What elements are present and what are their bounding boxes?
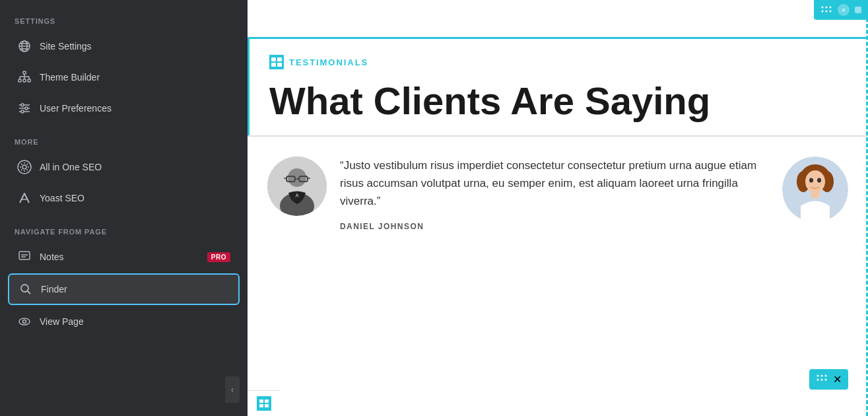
sidebar-item-yoast-seo[interactable]: Yoast SEO [8,184,240,213]
navigate-section-label: NAVIGATE FROM PAGE [8,224,240,242]
svg-point-34 [830,11,832,13]
svg-line-26 [28,291,31,295]
section-heading-area: What Clients Are Saying [248,69,868,135]
svg-point-53 [809,178,813,182]
tree-icon [17,70,32,85]
search-icon [18,282,33,296]
svg-rect-64 [265,404,269,407]
bottom-widget-icon [257,396,271,411]
canvas-area: × TESTIMONIALS What Clients Are Saying [248,0,868,416]
yoast-icon [17,191,32,205]
finder-label: Finder [41,284,67,295]
section-heading-text: What Clients Are Saying [269,80,848,122]
gear-circle-icon [17,160,32,174]
main-canvas: × TESTIMONIALS What Clients Are Saying [248,0,868,416]
svg-point-55 [817,374,819,376]
sidebar-item-finder[interactable]: Finder [8,273,240,305]
bottom-section-toolbar: ✕ [809,369,848,390]
testimonials-tag: TESTIMONIALS [289,57,368,67]
top-section-toolbar: × [814,0,868,20]
svg-point-56 [821,374,823,376]
sidebar-item-site-settings[interactable]: Site Settings [8,32,240,61]
svg-point-51 [805,170,825,193]
svg-rect-8 [28,79,30,82]
svg-point-40 [288,168,306,187]
sidebar-item-all-in-one-seo[interactable]: All in One SEO [8,153,240,182]
chat-icon [17,250,32,264]
svg-point-21 [22,165,26,169]
svg-rect-63 [259,404,263,407]
svg-rect-7 [23,79,26,82]
svg-point-19 [21,110,24,113]
svg-point-32 [822,11,824,13]
svg-point-31 [830,7,832,9]
svg-point-25 [21,285,28,292]
svg-point-17 [21,104,24,106]
svg-point-59 [821,378,823,380]
bottom-widget-bar [248,390,281,416]
svg-rect-22 [19,252,30,260]
bottom-close-button[interactable]: ✕ [833,373,842,386]
testimonials-section-header: TESTIMONIALS [248,37,868,69]
sidebar: SETTINGS Site Settings [0,0,248,416]
all-in-one-seo-label: All in One SEO [40,162,102,172]
svg-point-30 [826,7,828,9]
svg-rect-61 [259,399,263,403]
more-section-label: MORE [8,134,240,153]
testimonial-content: “Justo vestibulum risus imperdiet consec… [248,137,868,252]
theme-builder-label: Theme Builder [40,72,100,83]
section-settings-button[interactable] [855,7,861,13]
notes-label: Notes [40,252,64,262]
svg-point-29 [822,7,824,9]
yoast-seo-label: Yoast SEO [40,193,84,203]
svg-rect-6 [18,79,21,82]
svg-rect-35 [271,57,276,61]
sidebar-collapse-arrow[interactable]: ‹ [225,376,240,403]
user-preferences-label: User Preferences [40,103,112,114]
svg-point-28 [23,320,26,324]
sidebar-item-theme-builder[interactable]: Theme Builder [8,63,240,92]
svg-point-57 [825,374,827,376]
pro-badge: PRO [207,252,230,262]
testimonial-left-avatar [267,156,327,216]
svg-rect-62 [265,399,269,403]
globe-icon [17,39,32,53]
eye-icon [17,314,32,329]
testimonial-quote: “Justo vestibulum risus imperdiet consec… [340,156,769,211]
site-settings-label: Site Settings [40,41,92,52]
section-close-button[interactable]: × [838,4,850,16]
testimonials-widget-icon [269,55,284,69]
testimonial-text-block: “Justo vestibulum risus imperdiet consec… [340,156,769,232]
view-page-label: View Page [40,316,84,327]
svg-point-27 [19,318,30,325]
settings-section-label: SETTINGS [8,13,240,32]
sidebar-item-view-page[interactable]: View Page [8,307,240,336]
sliders-icon [17,101,32,116]
svg-point-54 [817,178,821,182]
svg-rect-52 [811,191,819,198]
svg-point-60 [825,378,827,380]
svg-point-18 [25,107,28,110]
testimonial-author: DANIEL JOHNSON [340,222,769,231]
sidebar-item-notes[interactable]: Notes PRO [8,242,240,271]
svg-rect-38 [277,63,282,67]
testimonial-right-avatar [782,156,848,223]
sidebar-item-user-preferences[interactable]: User Preferences [8,94,240,123]
svg-rect-36 [277,57,282,61]
svg-rect-37 [271,63,276,67]
svg-point-58 [817,378,819,380]
svg-rect-5 [23,71,26,74]
bottom-drag-handle[interactable] [816,374,828,386]
svg-point-33 [826,11,828,13]
section-drag-handle[interactable] [820,5,832,15]
